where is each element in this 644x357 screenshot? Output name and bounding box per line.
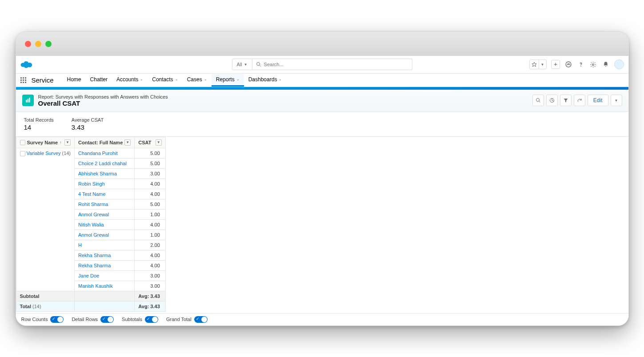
sort-asc-icon: ↑ <box>60 140 62 145</box>
svg-point-4 <box>256 63 260 66</box>
detail-rows-label: Detail Rows <box>72 317 98 322</box>
nav-item-cases[interactable]: Cases⌄ <box>183 74 212 87</box>
chevron-down-icon: ▼ <box>539 63 546 67</box>
gear-icon[interactable] <box>589 60 597 68</box>
chevron-down-icon: ⌄ <box>175 77 178 81</box>
svg-line-5 <box>259 65 260 67</box>
column-header-csat[interactable]: CSAT <box>138 140 151 145</box>
maximize-window-button[interactable] <box>45 41 52 47</box>
column-header-contact[interactable]: Contact: Full Name <box>78 140 123 145</box>
subtotal-label: Subtotal <box>16 291 75 301</box>
contact-link[interactable]: Choice 2 Laddi chahal <box>75 158 135 168</box>
pie-icon <box>549 98 555 103</box>
report-footer-toolbar: Row Counts Detail Rows Subtotals Grand T… <box>16 313 628 325</box>
detail-rows-toggle[interactable] <box>100 316 114 323</box>
grand-total-label: Grand Total <box>166 317 192 322</box>
refresh-icon <box>577 98 582 103</box>
group-link[interactable]: Variable Survey <box>27 151 61 156</box>
nav-item-dashboards[interactable]: Dashboards⌄ <box>244 74 287 87</box>
search-input[interactable] <box>264 62 408 67</box>
edit-button[interactable]: Edit <box>588 95 608 106</box>
search-scope-dropdown[interactable]: All ▼ <box>232 59 252 70</box>
close-window-button[interactable] <box>25 41 31 47</box>
column-menu-button[interactable]: ▼ <box>156 139 162 146</box>
contact-link[interactable]: Manish Kaushik <box>75 281 135 291</box>
avatar[interactable] <box>614 60 624 69</box>
report-table: Survey Name ↑ ▼ Contact: Full Name ▼ <box>16 137 166 312</box>
total-records-label: Total Records <box>24 117 54 123</box>
nav-item-accounts[interactable]: Accounts⌄ <box>112 74 148 87</box>
chevron-down-icon: ▼ <box>244 63 248 67</box>
contact-link[interactable]: Anmol Grewal <box>75 209 135 219</box>
chart-toggle-button[interactable] <box>546 95 558 106</box>
contact-link[interactable]: 4 Test Name <box>75 189 135 199</box>
svg-rect-14 <box>29 98 30 103</box>
more-actions-button[interactable]: ▼ <box>611 95 622 106</box>
grand-total-toggle[interactable] <box>194 316 208 323</box>
refresh-button[interactable] <box>574 95 585 106</box>
global-header: All ▼ ▼ <box>16 56 628 74</box>
nav-item-home[interactable]: Home <box>63 74 86 87</box>
avg-csat-label: Average CSAT <box>72 117 104 123</box>
contact-link[interactable]: Chandana Purohit <box>75 148 135 158</box>
minimize-window-button[interactable] <box>35 41 41 47</box>
global-actions-button[interactable] <box>551 60 560 69</box>
svg-rect-13 <box>27 99 28 103</box>
favorites-button[interactable]: ▼ <box>529 60 547 69</box>
csat-value: 4.00 <box>135 250 166 260</box>
subtotals-toggle[interactable] <box>145 316 158 323</box>
svg-point-15 <box>536 99 539 102</box>
contact-link[interactable]: Nitish Walia <box>75 219 135 230</box>
nav-label: Dashboards <box>248 76 277 83</box>
app-navbar: Service HomeChatterAccounts⌄Contacts⌄Cas… <box>16 74 628 87</box>
row-checkbox[interactable] <box>20 151 25 156</box>
subtotals-label: Subtotals <box>122 317 142 322</box>
total-row: Total (14)Avg: 3.43 <box>16 301 165 311</box>
csat-value: 4.00 <box>135 219 166 230</box>
contact-link[interactable]: H <box>75 240 135 250</box>
contact-link[interactable]: Rekha Sharma <box>75 260 135 270</box>
contact-link[interactable]: Rekha Sharma <box>75 250 135 260</box>
svg-marker-6 <box>532 62 536 67</box>
bell-icon[interactable] <box>602 60 610 68</box>
help-icon[interactable] <box>577 60 585 68</box>
page-header: Report: Surveys with Responses with Answ… <box>16 90 628 112</box>
total-avg: Avg: 3.43 <box>135 301 166 311</box>
column-header-survey[interactable]: Survey Name <box>27 140 58 145</box>
row-counts-toggle[interactable] <box>50 316 64 323</box>
column-menu-button[interactable]: ▼ <box>64 139 71 146</box>
csat-value: 5.00 <box>135 199 166 209</box>
column-menu-button[interactable]: ▼ <box>124 139 131 146</box>
csat-value: 2.00 <box>135 240 166 250</box>
nav-label: Home <box>67 76 81 83</box>
svg-line-16 <box>539 101 540 103</box>
svg-point-11 <box>592 63 594 65</box>
page-title: Overall CSAT <box>38 99 168 107</box>
contact-link[interactable]: Rohit Sharma <box>75 199 135 209</box>
csat-value: 4.00 <box>135 178 166 189</box>
nav-item-reports[interactable]: Reports⌄ <box>212 74 244 87</box>
csat-value: 1.00 <box>135 209 166 219</box>
app-launcher-icon[interactable] <box>20 77 26 83</box>
filter-button[interactable] <box>560 95 572 106</box>
group-cell: Variable Survey (14) <box>16 148 75 291</box>
csat-value: 3.00 <box>135 168 166 178</box>
report-search-button[interactable] <box>532 95 544 106</box>
subtotal-avg: Avg: 3.43 <box>135 291 166 301</box>
contact-link[interactable]: Anmol Grewal <box>75 230 135 240</box>
nav-item-chatter[interactable]: Chatter <box>86 74 112 87</box>
group-collapse-checkbox[interactable] <box>20 140 25 145</box>
table-row: Variable Survey (14)Chandana Purohit5.00 <box>16 148 165 158</box>
avg-csat-value: 3.43 <box>72 123 104 131</box>
csat-value: 5.00 <box>135 158 166 168</box>
contact-link[interactable]: Jane Doe <box>75 270 135 281</box>
contact-link[interactable]: Robin Singh <box>75 178 135 189</box>
app-name: Service <box>32 74 54 87</box>
contact-link[interactable]: Abhishek Sharma <box>75 168 135 178</box>
nav-item-contacts[interactable]: Contacts⌄ <box>148 74 182 87</box>
nav-label: Cases <box>187 76 202 83</box>
csat-value: 4.00 <box>135 260 166 270</box>
report-stats: Total Records 14 Average CSAT 3.43 <box>16 112 628 137</box>
trailhead-icon[interactable] <box>564 60 572 68</box>
global-search[interactable] <box>252 59 412 70</box>
